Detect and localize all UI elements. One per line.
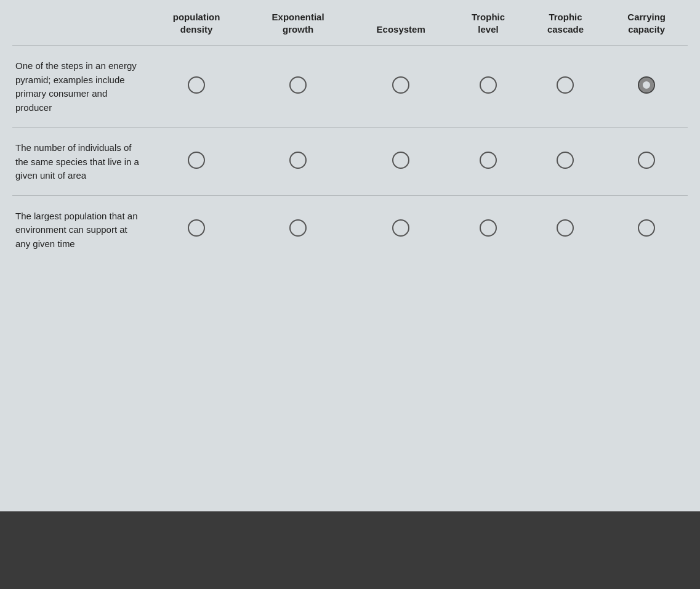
col-header-pop-density: populationdensity xyxy=(148,6,245,46)
row-1-radio-3[interactable] xyxy=(451,128,525,196)
row-1-radio-2[interactable] xyxy=(351,128,451,196)
col-header-trophic-level: Trophiclevel xyxy=(451,6,525,46)
radio-option[interactable] xyxy=(480,219,497,237)
radio-option[interactable] xyxy=(638,152,655,169)
radio-option[interactable] xyxy=(638,76,655,94)
row-2-radio-3[interactable] xyxy=(451,195,525,263)
radio-option[interactable] xyxy=(557,219,574,237)
col-header-exp-growth: Exponentialgrowth xyxy=(245,6,351,46)
radio-option[interactable] xyxy=(289,219,307,237)
row-1-radio-5[interactable] xyxy=(605,128,688,196)
row-0-radio-5[interactable] xyxy=(605,46,688,128)
row-1-radio-0[interactable] xyxy=(148,128,245,196)
table-row: The largest population that an environme… xyxy=(12,195,688,263)
col-header-ecosystem: Ecosystem xyxy=(351,6,451,46)
radio-option[interactable] xyxy=(392,219,409,237)
radio-option[interactable] xyxy=(638,219,655,237)
table-wrapper: populationdensity Exponentialgrowth Ecos… xyxy=(0,0,700,282)
radio-option[interactable] xyxy=(392,152,409,169)
row-0-radio-1[interactable] xyxy=(245,46,351,128)
col-header-trophic-cascade: Trophiccascade xyxy=(526,6,606,46)
row-1-radio-1[interactable] xyxy=(245,128,351,196)
radio-option[interactable] xyxy=(557,76,574,94)
main-container: populationdensity Exponentialgrowth Ecos… xyxy=(0,0,700,511)
table-row: One of the steps in an energy pyramid; e… xyxy=(12,46,688,128)
radio-option[interactable] xyxy=(188,219,205,237)
row-0-radio-4[interactable] xyxy=(526,46,606,128)
radio-option[interactable] xyxy=(392,76,409,94)
row-2-radio-5[interactable] xyxy=(605,195,688,263)
row-1-description: The number of individuals of the same sp… xyxy=(12,128,148,196)
col-header-description xyxy=(12,6,148,46)
row-0-radio-0[interactable] xyxy=(148,46,245,128)
radio-option[interactable] xyxy=(188,152,205,169)
row-0-description: One of the steps in an energy pyramid; e… xyxy=(12,46,148,128)
table-row: The number of individuals of the same sp… xyxy=(12,128,688,196)
matching-table: populationdensity Exponentialgrowth Ecos… xyxy=(12,6,688,263)
row-2-radio-0[interactable] xyxy=(148,195,245,263)
radio-option[interactable] xyxy=(289,76,307,94)
row-2-description: The largest population that an environme… xyxy=(12,195,148,263)
radio-option[interactable] xyxy=(557,152,574,169)
col-header-carrying-cap: Carryingcapacity xyxy=(605,6,688,46)
row-1-radio-4[interactable] xyxy=(526,128,606,196)
row-0-radio-2[interactable] xyxy=(351,46,451,128)
radio-option[interactable] xyxy=(480,152,497,169)
row-2-radio-1[interactable] xyxy=(245,195,351,263)
row-0-radio-3[interactable] xyxy=(451,46,525,128)
radio-option[interactable] xyxy=(480,76,497,94)
radio-option[interactable] xyxy=(289,152,307,169)
radio-option[interactable] xyxy=(188,76,205,94)
row-2-radio-4[interactable] xyxy=(526,195,606,263)
row-2-radio-2[interactable] xyxy=(351,195,451,263)
